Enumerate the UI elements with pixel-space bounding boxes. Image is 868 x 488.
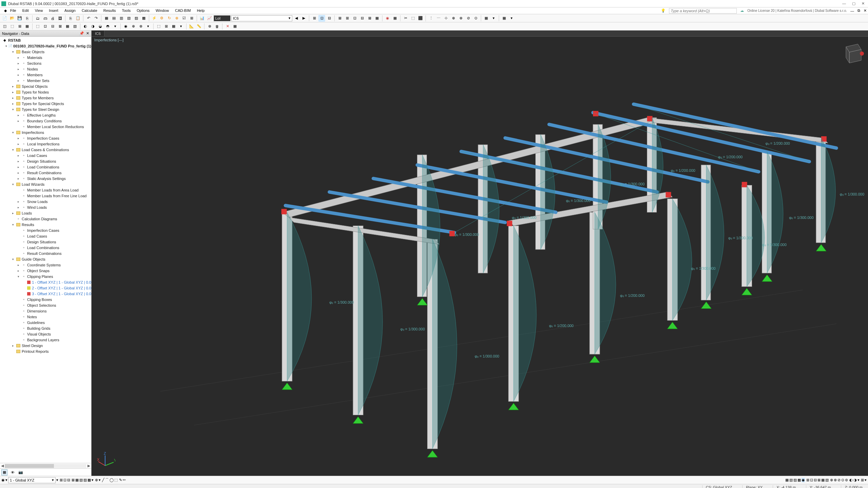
- save-button[interactable]: 💾: [16, 15, 23, 22]
- tb2-18[interactable]: ⊗: [137, 23, 144, 30]
- tree-item[interactable]: ▫Member Loads from Area Load: [0, 187, 91, 193]
- bt-r11[interactable]: ▧: [825, 478, 829, 482]
- tree-item[interactable]: ▫Calculation Diagrams: [0, 216, 91, 222]
- tree-item[interactable]: ▸Special Objects: [0, 83, 91, 89]
- twisty-icon[interactable]: ▸: [16, 177, 20, 180]
- bt-r17[interactable]: ◐: [849, 478, 853, 482]
- tree-item[interactable]: 1 - Offset XYZ | 1 - Global XYZ | 0.0: [0, 279, 91, 285]
- bt-3[interactable]: ▾: [56, 478, 58, 482]
- tree-item[interactable]: ▸▫Result Combinations: [0, 170, 91, 176]
- minimize-button[interactable]: —: [842, 1, 846, 6]
- misc-9[interactable]: ▾: [490, 15, 497, 22]
- tb2-27[interactable]: 🗑: [214, 23, 220, 30]
- navigator-button[interactable]: ▤: [111, 15, 117, 22]
- tree-item[interactable]: ▸▫Coordinate Systems: [0, 262, 91, 268]
- menu-calculate[interactable]: Calculate: [79, 8, 100, 14]
- twisty-icon[interactable]: ▸: [16, 142, 20, 146]
- tree-item[interactable]: ▾Results: [0, 222, 91, 227]
- tree-item[interactable]: ▸▫Static Analysis Settings: [0, 176, 91, 181]
- view-tool-7[interactable]: ⊟: [359, 15, 366, 22]
- bt-r18[interactable]: ◑: [853, 478, 857, 482]
- bt-8[interactable]: ▦: [75, 478, 79, 482]
- menu-results[interactable]: Results: [101, 8, 119, 14]
- bt-r8[interactable]: ⊟: [814, 478, 817, 482]
- bt-17[interactable]: ◯: [110, 478, 114, 482]
- tree-item[interactable]: ▸▫Imperfection Cases: [0, 135, 91, 141]
- addon-button[interactable]: ▩: [140, 15, 147, 22]
- layer-button[interactable]: ⬛: [417, 15, 424, 22]
- bt-12[interactable]: ▾: [92, 478, 94, 482]
- menu-cadbim[interactable]: CAD-BIM: [172, 8, 193, 14]
- bt-r6[interactable]: ⊞: [806, 478, 809, 482]
- print-button[interactable]: 🖨: [49, 15, 56, 22]
- tb2-4[interactable]: ▦: [24, 23, 31, 30]
- view-tool-6[interactable]: ⊡: [351, 15, 358, 22]
- bt-r7[interactable]: ⊡: [810, 478, 813, 482]
- twisty-icon[interactable]: ▾: [11, 223, 15, 226]
- twisty-icon[interactable]: ▸: [11, 96, 15, 100]
- bt-1[interactable]: ◉: [1, 478, 5, 482]
- tree-item[interactable]: ▾Types for Steel Design: [0, 106, 91, 112]
- cloud-icon[interactable]: ☁: [740, 8, 744, 13]
- viewport-tab-ic6[interactable]: IC6: [92, 30, 104, 36]
- twisty-icon[interactable]: ▸: [16, 67, 20, 71]
- render-button[interactable]: ◉: [384, 15, 391, 22]
- prev-lc-button[interactable]: ◀: [293, 15, 300, 22]
- menu-window[interactable]: Window: [153, 8, 172, 14]
- twisty-icon[interactable]: ▸: [16, 73, 20, 77]
- tb2-15[interactable]: ▾: [112, 23, 119, 30]
- keyword-search-input[interactable]: [669, 8, 737, 14]
- twisty-icon[interactable]: ▸: [16, 263, 20, 267]
- bt-14[interactable]: ▾: [99, 478, 101, 482]
- misc-4[interactable]: ⊕: [450, 15, 457, 22]
- twisty-icon[interactable]: ▸: [16, 114, 20, 117]
- tree-project[interactable]: ▾ 📄 001083_20170920-Halle_FUND Pro_ferti…: [0, 43, 91, 49]
- tree-item[interactable]: Printout Reports: [0, 348, 91, 354]
- tb2-5[interactable]: ⬚: [34, 23, 41, 30]
- tree-item[interactable]: ▸Loads: [0, 210, 91, 216]
- coord-system-combo[interactable]: 1 - Global XYZ▾: [8, 477, 56, 483]
- view-tool-4[interactable]: ⊠: [336, 15, 343, 22]
- tb2-6[interactable]: ⊡: [42, 23, 48, 30]
- bt-10[interactable]: ▨: [83, 478, 87, 482]
- tb2-20[interactable]: ⬚: [155, 23, 162, 30]
- tree-item[interactable]: ▸▫Load Combinations: [0, 164, 91, 170]
- navigator-close-icon[interactable]: ✕: [86, 31, 89, 35]
- tb2-2[interactable]: ⬚: [9, 23, 16, 30]
- tree-item[interactable]: ▸▫Wind Loads: [0, 204, 91, 210]
- tree-item[interactable]: ▸▫Sections: [0, 60, 91, 66]
- doc-minimize-button[interactable]: —: [850, 9, 854, 13]
- undo-button[interactable]: ↶: [85, 15, 92, 22]
- tree-item[interactable]: ▫Load Cases: [0, 233, 91, 239]
- bt-20[interactable]: ✏: [123, 478, 126, 482]
- misc-10[interactable]: ▦: [501, 15, 508, 22]
- twisty-icon[interactable]: ▸: [16, 165, 20, 169]
- twisty-icon[interactable]: ▾: [11, 50, 15, 54]
- tb2-16[interactable]: ◉: [122, 23, 129, 30]
- bt-5[interactable]: ⊡: [63, 478, 66, 482]
- twisty-icon[interactable]: ▸: [11, 211, 15, 215]
- misc-2[interactable]: ⋯: [435, 15, 442, 22]
- bt-9[interactable]: ▧: [79, 478, 83, 482]
- navigator-pin-icon[interactable]: 📌: [79, 31, 84, 35]
- loadcase-combo[interactable]: IC6▾: [231, 15, 292, 21]
- twisty-icon[interactable]: ▸: [11, 90, 15, 94]
- tree-item[interactable]: ▾Imperfections: [0, 129, 91, 135]
- bt-15[interactable]: ╱: [102, 478, 104, 482]
- tb2-21[interactable]: ⊞: [163, 23, 170, 30]
- tb2-7[interactable]: ⊟: [49, 23, 56, 30]
- model-manager-button[interactable]: 🗃: [42, 15, 48, 22]
- twisty-icon[interactable]: ▸: [16, 171, 20, 175]
- tree-item[interactable]: ▾Load Wizards: [0, 181, 91, 187]
- project-manager-button[interactable]: 🗂: [34, 15, 41, 22]
- menu-file[interactable]: File: [7, 8, 19, 14]
- tree-item[interactable]: ▫Object Selections: [0, 302, 91, 308]
- twisty-icon[interactable]: ▾: [11, 131, 15, 134]
- twisty-icon[interactable]: ▸: [16, 119, 20, 123]
- doc-restore-button[interactable]: ⧉: [857, 8, 860, 13]
- tree-item[interactable]: ▸▫Effective Lengths: [0, 112, 91, 118]
- bt-11[interactable]: ▩: [87, 478, 91, 482]
- twisty-icon[interactable]: ▾: [11, 108, 15, 111]
- menu-insert[interactable]: Insert: [46, 8, 61, 14]
- bt-7[interactable]: ⊠: [72, 478, 75, 482]
